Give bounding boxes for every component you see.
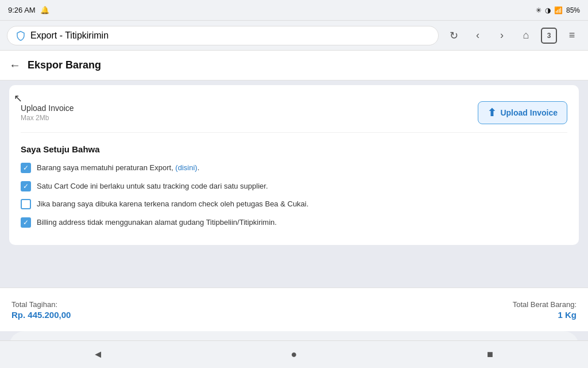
upload-label-block: Upload Invoice Max 2Mb (21, 103, 74, 122)
bluetooth-icon: ✳ (536, 6, 541, 14)
checkbox-2[interactable]: ✓ (21, 181, 31, 191)
battery-percent: 85% (566, 6, 580, 14)
main-content: Upload Invoice Max 2Mb ⬆ Upload Invoice … (0, 80, 588, 288)
checkmark-2: ✓ (23, 183, 29, 190)
upload-btn-label: Upload Invoice (500, 108, 558, 117)
footer-summary: Total Tagihan: Rp. 445.200,00 Total Bera… (0, 288, 588, 331)
forward-nav-button[interactable]: › (493, 26, 511, 45)
url-bar[interactable]: Export - Titipkirimin (7, 26, 439, 45)
bottom-nav-bar: ◄ ● ■ (0, 340, 588, 368)
total-tagihan-value: Rp. 445.200,00 (11, 310, 71, 320)
back-nav-button[interactable]: ‹ (469, 26, 487, 45)
wifi-icon: 📶 (554, 6, 563, 14)
total-tagihan-label: Total Tagihan: (11, 300, 71, 309)
reload-button[interactable]: ↻ (444, 26, 463, 45)
back-button[interactable]: ← (9, 59, 21, 72)
home-button[interactable]: ⌂ (517, 26, 535, 45)
nav-home-button[interactable]: ● (283, 343, 305, 366)
agreement-section: Saya Setuju Bahwa ✓ Barang saya mematuhi… (21, 135, 567, 228)
checkmark-1: ✓ (23, 164, 29, 171)
menu-button[interactable]: ≡ (563, 26, 581, 45)
disini-link[interactable]: (disini) (175, 163, 197, 172)
content-card: Upload Invoice Max 2Mb ⬆ Upload Invoice … (9, 85, 579, 245)
footer-left: Total Tagihan: Rp. 445.200,00 (11, 300, 71, 320)
tab-count[interactable]: 3 (541, 28, 557, 44)
notification-icon: 🔔 (40, 6, 49, 14)
checkbox-text-1: Barang saya mematuhi peraturan Export, (… (37, 162, 199, 174)
browser-bar: Export - Titipkirimin ↻ ‹ › ⌂ 3 ≡ (0, 21, 588, 51)
total-berat-label: Total Berat Barang: (513, 300, 577, 309)
total-berat-value: 1 Kg (513, 310, 577, 320)
status-bar: 9:26 AM 🔔 ✳ ◑ 📶 85% (0, 0, 588, 21)
shield-icon (16, 30, 26, 41)
nav-back-button[interactable]: ◄ (87, 343, 110, 366)
upload-icon: ⬆ (488, 106, 496, 119)
checkbox-item-3: Jika barang saya dibuka karena terkena r… (21, 198, 567, 210)
checkbox-3[interactable] (21, 199, 31, 209)
footer-right: Total Berat Barang: 1 Kg (513, 300, 577, 320)
checkmark-4: ✓ (23, 219, 29, 226)
status-time: 9:26 AM (8, 6, 36, 14)
checkbox-1[interactable]: ✓ (21, 163, 31, 173)
agreement-title: Saya Setuju Bahwa (21, 144, 567, 154)
checkbox-text-1-after: . (198, 163, 200, 172)
checkbox-text-2: Satu Cart Code ini berlaku untuk satu tr… (37, 181, 268, 192)
page-title: Ekspor Barang (28, 59, 101, 71)
checkbox-4[interactable]: ✓ (21, 217, 31, 228)
page-header: ← Ekspor Barang (0, 51, 588, 80)
checkbox-item-4: ✓ Billing address tidak menggunakan alam… (21, 217, 567, 228)
checkbox-item-1: ✓ Barang saya mematuhi peraturan Export,… (21, 162, 567, 174)
nav-recents-button[interactable]: ■ (478, 343, 501, 366)
checkbox-text-3: Jika barang saya dibuka karena terkena r… (37, 198, 308, 210)
url-text: Export - Titipkirimin (30, 30, 109, 41)
upload-label: Upload Invoice (21, 103, 74, 113)
upload-section: Upload Invoice Max 2Mb ⬆ Upload Invoice (21, 95, 567, 133)
upload-sublabel: Max 2Mb (21, 114, 74, 122)
upload-invoice-button[interactable]: ⬆ Upload Invoice (478, 101, 567, 124)
checkbox-text-4: Billing address tidak menggunakan alamat… (37, 217, 277, 228)
checkbox-item-2: ✓ Satu Cart Code ini berlaku untuk satu … (21, 181, 567, 192)
checkbox-text-1-main: Barang saya mematuhi peraturan Export, (37, 163, 175, 172)
signal-icon: ◑ (545, 6, 551, 14)
